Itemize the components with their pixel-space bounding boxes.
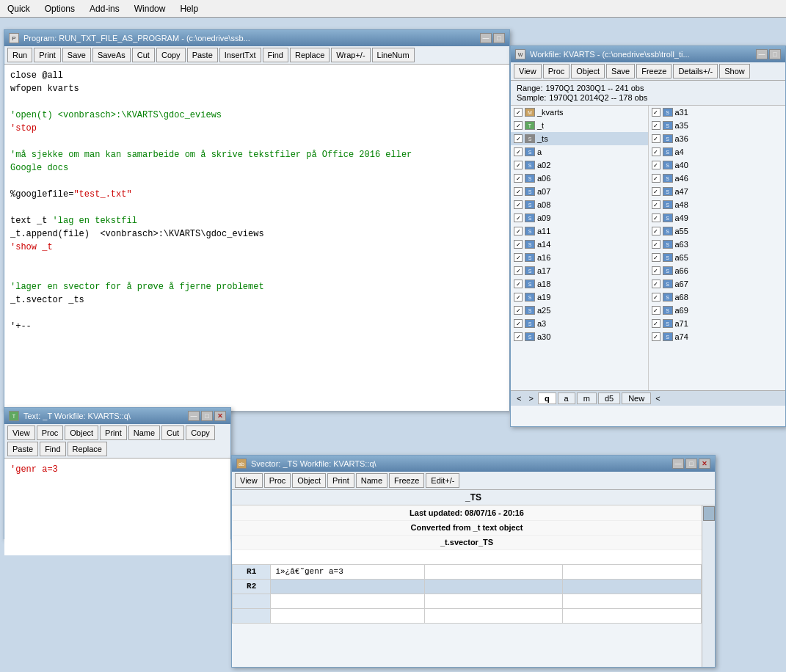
item-checkbox[interactable]: ✓ bbox=[514, 293, 523, 302]
list-item[interactable]: ✓ S a3 bbox=[511, 317, 648, 330]
item-checkbox[interactable]: ✓ bbox=[514, 213, 523, 222]
run-button[interactable]: Run bbox=[7, 48, 32, 62]
item-checkbox[interactable]: ✓ bbox=[652, 121, 661, 130]
item-checkbox[interactable]: ✓ bbox=[652, 134, 661, 143]
list-item[interactable]: ✓ S a17 bbox=[511, 264, 648, 277]
row-value[interactable] bbox=[271, 608, 425, 623]
item-checkbox[interactable]: ✓ bbox=[652, 293, 661, 302]
list-item[interactable]: ✓ S a14 bbox=[511, 238, 648, 251]
item-checkbox[interactable]: ✓ bbox=[652, 266, 661, 275]
item-checkbox[interactable]: ✓ bbox=[652, 227, 661, 235]
row-value[interactable] bbox=[271, 594, 425, 608]
tab-nav-end[interactable]: < bbox=[652, 393, 663, 403]
sv-print-btn[interactable]: Print bbox=[327, 473, 354, 488]
item-checkbox[interactable]: ✓ bbox=[652, 319, 661, 328]
item-checkbox[interactable]: ✓ bbox=[652, 108, 661, 117]
item-checkbox[interactable]: ✓ bbox=[514, 187, 523, 196]
list-item[interactable]: ✓ T _t bbox=[511, 119, 648, 132]
table-row[interactable] bbox=[233, 594, 702, 608]
item-checkbox[interactable]: ✓ bbox=[514, 108, 523, 117]
list-item[interactable]: ✓ S a bbox=[511, 145, 648, 158]
list-item[interactable]: ✓ S a40 bbox=[649, 158, 786, 172]
list-item[interactable]: ✓ S a65 bbox=[649, 251, 786, 264]
row-value[interactable] bbox=[271, 579, 425, 594]
saveas-button[interactable]: SaveAs bbox=[92, 48, 131, 62]
list-item[interactable]: ✓ S a69 bbox=[649, 304, 786, 317]
list-item[interactable]: ✓ S a07 bbox=[511, 185, 648, 198]
table-row[interactable]: R2 bbox=[233, 579, 702, 594]
list-item[interactable]: ✓ S a71 bbox=[649, 317, 786, 330]
code-editor[interactable]: close @all wfopen kvarts 'open(t) <vonbr… bbox=[4, 65, 509, 411]
text-print-btn[interactable]: Print bbox=[100, 426, 127, 440]
wf-freeze-button[interactable]: Freeze bbox=[636, 64, 672, 78]
svector-maximize[interactable]: □ bbox=[685, 459, 697, 469]
list-item[interactable]: ✓ S a16 bbox=[511, 251, 648, 264]
row-value[interactable]: i»¿â€˜genr a=3 bbox=[271, 564, 425, 579]
item-checkbox[interactable]: ✓ bbox=[514, 280, 523, 288]
item-checkbox[interactable]: ✓ bbox=[652, 187, 661, 196]
sv-object-btn[interactable]: Object bbox=[292, 473, 326, 488]
wrap-button[interactable]: Wrap+/- bbox=[331, 48, 370, 62]
text-content[interactable]: 'genr a=3 bbox=[4, 459, 230, 555]
minimize-button[interactable]: — bbox=[480, 33, 492, 43]
wf-view-button[interactable]: View bbox=[514, 64, 542, 78]
list-item[interactable]: ✓ S a4 bbox=[649, 145, 786, 158]
text-maximize[interactable]: □ bbox=[201, 411, 213, 421]
item-checkbox[interactable]: ✓ bbox=[514, 200, 523, 209]
item-checkbox[interactable]: ✓ bbox=[652, 174, 661, 183]
replace-button[interactable]: Replace bbox=[290, 48, 330, 62]
text-replace-btn[interactable]: Replace bbox=[68, 442, 107, 456]
tab-new[interactable]: New bbox=[622, 392, 651, 404]
wf-details-button[interactable]: Details+/- bbox=[673, 64, 718, 78]
list-item[interactable]: ✓ S a30 bbox=[511, 330, 648, 343]
inserttxt-button[interactable]: InsertTxt bbox=[219, 48, 261, 62]
wf-save-button[interactable]: Save bbox=[606, 64, 635, 78]
menu-addins[interactable]: Add-ins bbox=[87, 3, 123, 15]
text-find-btn[interactable]: Find bbox=[40, 442, 65, 456]
table-row[interactable] bbox=[233, 608, 702, 623]
tab-q[interactable]: q bbox=[538, 392, 556, 404]
menu-options[interactable]: Options bbox=[42, 3, 78, 15]
list-item[interactable]: ✓ S a06 bbox=[511, 172, 648, 185]
tab-nav-prev[interactable]: < bbox=[514, 393, 524, 403]
text-view-btn[interactable]: View bbox=[7, 426, 35, 440]
item-checkbox[interactable]: ✓ bbox=[514, 240, 523, 249]
text-close[interactable]: ✕ bbox=[214, 411, 226, 421]
workfile-minimize[interactable]: — bbox=[756, 49, 768, 59]
item-checkbox[interactable]: ✓ bbox=[514, 306, 523, 315]
tab-m[interactable]: m bbox=[577, 392, 597, 404]
menu-quick[interactable]: Quick bbox=[4, 3, 33, 15]
item-checkbox[interactable]: ✓ bbox=[514, 174, 523, 183]
scrollbar[interactable] bbox=[702, 505, 715, 667]
item-checkbox[interactable]: ✓ bbox=[514, 253, 523, 262]
item-checkbox[interactable]: ✓ bbox=[514, 227, 523, 235]
list-item[interactable]: ✓ S a63 bbox=[649, 238, 786, 251]
item-checkbox[interactable]: ✓ bbox=[514, 266, 523, 275]
paste-button[interactable]: Paste bbox=[187, 48, 218, 62]
text-paste-btn[interactable]: Paste bbox=[7, 442, 38, 456]
item-checkbox[interactable]: ✓ bbox=[652, 147, 661, 156]
list-item[interactable]: ✓ S a66 bbox=[649, 264, 786, 277]
item-checkbox[interactable]: ✓ bbox=[514, 134, 523, 143]
list-item[interactable]: ✓ S a31 bbox=[649, 106, 786, 119]
list-item[interactable]: ✓ S a25 bbox=[511, 304, 648, 317]
linenum-button[interactable]: LineNum bbox=[372, 48, 415, 62]
sv-edit-btn[interactable]: Edit+/- bbox=[426, 473, 459, 488]
list-item[interactable]: ✓ S a46 bbox=[649, 172, 786, 185]
sv-name-btn[interactable]: Name bbox=[356, 473, 387, 488]
item-checkbox[interactable]: ✓ bbox=[652, 253, 661, 262]
scrollbar-thumb[interactable] bbox=[703, 506, 715, 521]
svector-close[interactable]: ✕ bbox=[699, 459, 710, 469]
list-item[interactable]: ✓ S a11 bbox=[511, 224, 648, 238]
sv-freeze-btn[interactable]: Freeze bbox=[389, 473, 424, 488]
item-checkbox[interactable]: ✓ bbox=[514, 147, 523, 156]
tab-d5[interactable]: d5 bbox=[598, 392, 620, 404]
text-proc-btn[interactable]: Proc bbox=[37, 426, 64, 440]
text-object-btn[interactable]: Object bbox=[65, 426, 98, 440]
tab-nav-next[interactable]: > bbox=[525, 393, 536, 403]
item-checkbox[interactable]: ✓ bbox=[514, 319, 523, 328]
item-checkbox[interactable]: ✓ bbox=[652, 161, 661, 169]
item-checkbox[interactable]: ✓ bbox=[652, 200, 661, 209]
text-name-btn[interactable]: Name bbox=[128, 426, 160, 440]
list-item[interactable]: ✓ S a67 bbox=[649, 277, 786, 291]
